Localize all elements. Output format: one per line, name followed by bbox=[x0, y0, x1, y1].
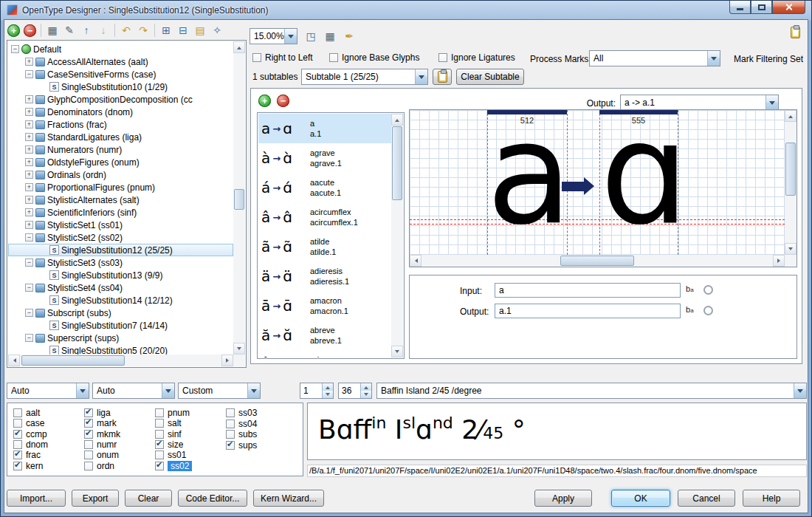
tree-item[interactable]: −StylisticSet4 (ss04) bbox=[8, 281, 233, 294]
glyph-canvas[interactable]: 512 555 a ɑ bbox=[410, 110, 785, 255]
scroll-right-button[interactable] bbox=[773, 255, 785, 267]
glyph-pair-row[interactable]: ä→ɑ̈adieresisadieresis.1 bbox=[258, 261, 391, 291]
canvas-vertical-scrollbar[interactable] bbox=[785, 110, 796, 255]
ok-button[interactable]: OK bbox=[611, 490, 670, 507]
tree-item[interactable]: +Numerators (numr) bbox=[8, 143, 233, 156]
scrollbar-thumb[interactable] bbox=[392, 126, 402, 200]
tree-item[interactable]: −StylisticSet2 (ss02) bbox=[8, 231, 233, 244]
eraser-button[interactable]: ▦ bbox=[44, 22, 61, 38]
checkbox-icon[interactable] bbox=[226, 430, 235, 439]
redo-button[interactable]: ↷ bbox=[135, 22, 151, 38]
move-up-button[interactable]: ↑ bbox=[78, 22, 94, 38]
feature-checkbox-frac[interactable]: frac bbox=[13, 450, 84, 460]
chevron-down-icon[interactable] bbox=[765, 95, 778, 110]
tree-item[interactable]: SSingleSubstitution5 (20/20) bbox=[8, 344, 233, 355]
fit-view-button[interactable]: ◳ bbox=[303, 28, 319, 44]
glyph-table-button[interactable]: ▦ bbox=[322, 28, 338, 44]
feature-checkbox-kern[interactable]: kern bbox=[13, 461, 84, 471]
tree-item[interactable]: SSingleSubstitution14 (12/12) bbox=[8, 294, 233, 307]
scrollbar-thumb[interactable] bbox=[234, 189, 244, 210]
checkbox-icon[interactable] bbox=[13, 419, 22, 428]
script-combo[interactable]: Auto bbox=[7, 383, 89, 399]
checkbox-icon[interactable] bbox=[84, 462, 93, 470]
expand-icon[interactable]: + bbox=[25, 95, 33, 103]
count-spinner[interactable]: 1 bbox=[300, 383, 334, 399]
glyph-pair-row[interactable]: a→ɑaa.1 bbox=[258, 114, 391, 143]
checkbox-icon[interactable] bbox=[226, 441, 235, 450]
apply-button[interactable]: Apply bbox=[534, 490, 592, 507]
collapse-icon[interactable]: − bbox=[25, 233, 33, 242]
list-vertical-scrollbar[interactable] bbox=[391, 114, 403, 357]
tree-item[interactable]: SSingleSubstitution7 (14/14) bbox=[8, 319, 233, 332]
maximize-button[interactable] bbox=[751, 1, 772, 14]
tree-item[interactable]: +AccessAllAlternates (aalt) bbox=[8, 55, 233, 68]
add-mapping-button[interactable]: + bbox=[258, 95, 271, 107]
feature-checkbox-ss03[interactable]: ss03 bbox=[226, 408, 297, 419]
checkbox-icon[interactable] bbox=[84, 430, 93, 439]
add-feature-button[interactable]: + bbox=[7, 24, 20, 37]
scrollbar-thumb[interactable] bbox=[560, 256, 634, 266]
feature-checkbox-ss02[interactable]: ss02 bbox=[155, 461, 226, 471]
scroll-up-button[interactable] bbox=[233, 41, 245, 53]
checkbox-icon[interactable] bbox=[13, 408, 22, 417]
scroll-up-button[interactable] bbox=[785, 110, 796, 122]
scroll-up-button[interactable] bbox=[391, 114, 403, 126]
collapse-icon[interactable]: − bbox=[25, 309, 33, 317]
feature-checkbox-size[interactable]: size bbox=[155, 439, 226, 450]
feature-checkbox-subs[interactable]: subs bbox=[226, 429, 297, 440]
expand-icon[interactable]: + bbox=[25, 183, 33, 191]
canvas-horizontal-scrollbar[interactable] bbox=[410, 255, 785, 267]
checkbox-icon[interactable] bbox=[13, 462, 22, 470]
kern-wizard-button[interactable]: Kern Wizard... bbox=[253, 490, 324, 507]
process-marks-combo[interactable]: All bbox=[589, 50, 720, 66]
tree-item[interactable]: +Fractions (frac) bbox=[8, 118, 233, 131]
font-size-spinner[interactable]: 36 bbox=[338, 383, 372, 399]
preset-combo[interactable]: Custom bbox=[178, 383, 261, 399]
tree-item[interactable]: +OldstyleFigures (onum) bbox=[8, 156, 233, 168]
expand-icon[interactable]: + bbox=[25, 145, 33, 154]
expand-icon[interactable]: + bbox=[25, 208, 33, 216]
checkbox-icon[interactable] bbox=[13, 440, 22, 449]
input-field[interactable] bbox=[495, 283, 681, 298]
export-button[interactable]: Export bbox=[72, 490, 119, 507]
remove-feature-button[interactable]: − bbox=[24, 24, 36, 37]
feature-checkbox-sups[interactable]: sups bbox=[226, 440, 297, 451]
tree-item[interactable]: SSingleSubstitution10 (1/29) bbox=[8, 81, 233, 93]
expand-icon[interactable]: + bbox=[25, 133, 33, 141]
feature-checkbox-onum[interactable]: onum bbox=[84, 450, 155, 460]
feature-checkbox-sinf[interactable]: sinf bbox=[155, 429, 226, 439]
cleanup-button[interactable]: ✧ bbox=[209, 22, 225, 38]
cancel-button[interactable]: Cancel bbox=[678, 490, 735, 507]
checkbox-icon[interactable] bbox=[155, 430, 164, 439]
tree-item[interactable]: +ScientificInferiors (sinf) bbox=[8, 206, 233, 219]
checkbox-icon[interactable] bbox=[84, 419, 93, 428]
feature-checkbox-ss04[interactable]: ss04 bbox=[226, 419, 297, 430]
chevron-down-icon[interactable] bbox=[284, 29, 297, 44]
chevron-down-icon[interactable] bbox=[794, 383, 806, 398]
checkbox-icon[interactable] bbox=[155, 408, 164, 417]
tree-item[interactable]: −CaseSensitiveForms (case) bbox=[8, 68, 233, 81]
zoom-combo[interactable]: 15.00% bbox=[250, 28, 297, 44]
close-button[interactable] bbox=[772, 1, 805, 14]
titlebar[interactable]: OpenType Designer : SingleSubstitution12… bbox=[1, 1, 811, 19]
checkbox-icon[interactable] bbox=[84, 451, 93, 459]
glyph-pair-row[interactable]: à→ɑ̀agraveagrave.1 bbox=[258, 143, 391, 173]
expand-all-button[interactable]: ⊞ bbox=[158, 22, 174, 38]
scroll-down-button[interactable] bbox=[233, 343, 245, 355]
checkbox-icon[interactable] bbox=[155, 451, 164, 459]
feature-checkbox-ss01[interactable]: ss01 bbox=[155, 450, 226, 460]
chevron-down-icon[interactable] bbox=[707, 51, 720, 66]
tree-horizontal-scrollbar[interactable] bbox=[8, 355, 233, 366]
checkbox-icon[interactable] bbox=[13, 430, 22, 439]
collapse-icon[interactable]: − bbox=[25, 258, 33, 267]
feature-checkbox-liga[interactable]: liga bbox=[84, 408, 155, 418]
collapse-all-button[interactable]: ⊟ bbox=[175, 22, 191, 38]
clear-button[interactable]: Clear bbox=[125, 490, 172, 507]
ignore-base-glyphs-checkbox[interactable]: Ignore Base Glyphs bbox=[329, 52, 419, 64]
subtable-combo[interactable]: Subtable 1 (25/25) bbox=[301, 69, 428, 85]
expand-icon[interactable]: + bbox=[25, 158, 33, 166]
glyph-picker-button[interactable]: ba bbox=[686, 305, 694, 314]
checkbox-icon[interactable] bbox=[155, 419, 164, 428]
tree-item[interactable]: +StylisticSet1 (ss01) bbox=[8, 219, 233, 231]
tree-item[interactable]: +Ordinals (ordn) bbox=[8, 168, 233, 181]
